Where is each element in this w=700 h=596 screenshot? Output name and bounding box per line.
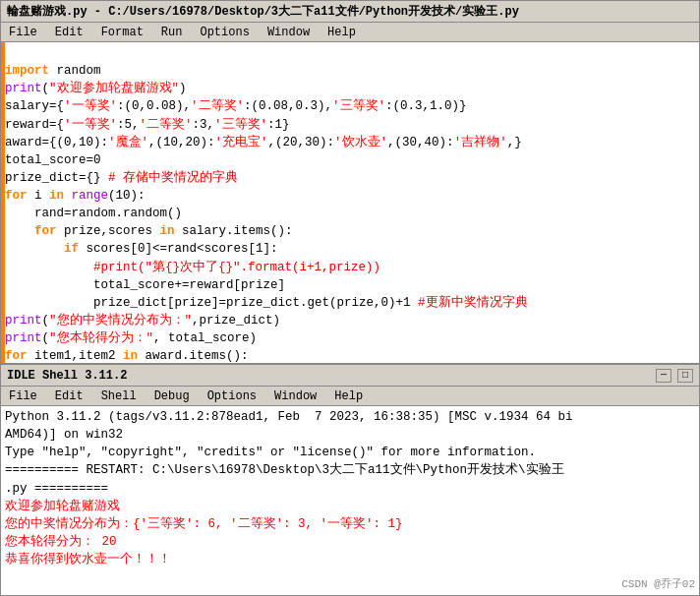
maximize-button[interactable]: □: [677, 369, 693, 383]
menu-edit[interactable]: Edit: [51, 26, 88, 39]
shell-content: Python 3.11.2 (tags/v3.11.2:878ead1, Feb…: [1, 406, 699, 595]
shell-line-9: 恭喜你得到饮水壶一个！！！: [5, 551, 695, 568]
editor-title: 輪盘赌游戏.py - C:/Users/16978/Desktop/3大二下a1…: [7, 3, 519, 20]
shell-line-4: ========== RESTART: C:\Users\16978\Deskt…: [5, 461, 695, 479]
shell-line-3: Type "help", "copyright", "credits" or "…: [5, 444, 695, 461]
menu-help[interactable]: Help: [323, 26, 360, 39]
shell-line-2: AMD64)] on win32: [5, 426, 695, 444]
shell-menu-window[interactable]: Window: [270, 389, 321, 403]
editor-body: import random print("欢迎参加轮盘赌游戏") salary=…: [1, 42, 699, 363]
minimize-button[interactable]: ─: [656, 369, 671, 383]
menu-run[interactable]: Run: [157, 26, 187, 39]
shell-titlebar: IDLE Shell 3.11.2 ─ □: [1, 365, 699, 387]
shell-line-7: 您的中奖情况分布为：{'三等奖': 6, '二等奖': 3, '一等奖': 1}: [5, 515, 695, 533]
watermark: CSDN @乔子02: [621, 577, 695, 593]
shell-line-8: 您本轮得分为： 20: [5, 533, 695, 551]
titlebar-controls: ─ □: [656, 369, 693, 383]
shell-menu-debug[interactable]: Debug: [150, 389, 194, 403]
left-indicator: [1, 42, 5, 363]
menu-file[interactable]: File: [5, 26, 41, 39]
shell-menubar: File Edit Shell Debug Options Window Hel…: [1, 387, 699, 406]
editor-window: 輪盘赌游戏.py - C:/Users/16978/Desktop/3大二下a1…: [0, 0, 700, 364]
menu-options[interactable]: Options: [196, 26, 253, 39]
shell-line-5: .py ==========: [5, 480, 695, 498]
editor-menubar: File Edit Format Run Options Window Help: [1, 23, 699, 42]
shell-menu-edit[interactable]: Edit: [51, 389, 88, 403]
shell-menu-options[interactable]: Options: [204, 389, 261, 403]
shell-line-6: 欢迎参加轮盘赌游戏: [5, 498, 695, 515]
shell-window: IDLE Shell 3.11.2 ─ □ File Edit Shell De…: [0, 364, 700, 596]
shell-menu-help[interactable]: Help: [330, 389, 367, 403]
menu-window[interactable]: Window: [263, 26, 314, 39]
code-content[interactable]: import random print("欢迎参加轮盘赌游戏") salary=…: [1, 42, 699, 363]
shell-title: IDLE Shell 3.11.2: [7, 369, 127, 383]
shell-menu-shell[interactable]: Shell: [97, 389, 141, 403]
editor-titlebar: 輪盘赌游戏.py - C:/Users/16978/Desktop/3大二下a1…: [1, 1, 699, 23]
menu-format[interactable]: Format: [97, 26, 147, 39]
shell-line-1: Python 3.11.2 (tags/v3.11.2:878ead1, Feb…: [5, 408, 695, 426]
shell-menu-file[interactable]: File: [5, 389, 41, 403]
